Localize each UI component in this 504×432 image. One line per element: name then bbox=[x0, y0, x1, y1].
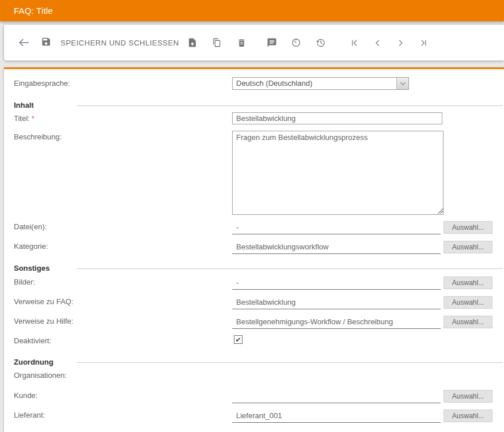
first-record-icon bbox=[350, 38, 359, 48]
row-bilder: Bilder: - Auswahl... bbox=[4, 276, 504, 291]
title-bar: FAQ: Title bbox=[0, 0, 504, 21]
kunde-value bbox=[232, 389, 441, 403]
save-icon bbox=[41, 37, 51, 49]
copy-button[interactable] bbox=[209, 35, 225, 51]
verweise-faq-label: Verweise zu FAQ: bbox=[14, 295, 73, 308]
bilder-value: - bbox=[232, 276, 441, 290]
back-arrow-icon bbox=[17, 36, 30, 49]
eingabesprache-select[interactable]: Deutsch (Deutschland) bbox=[232, 77, 409, 90]
row-verweise-hilfe: Verweise zu Hilfe: Bestellgenehmigungs-W… bbox=[4, 315, 504, 330]
save-and-close-label: SPEICHERN UND SCHLIESSEN bbox=[60, 39, 179, 47]
copy-icon bbox=[211, 37, 222, 48]
bilder-auswahl-button[interactable]: Auswahl... bbox=[444, 276, 492, 289]
resize-grip-icon[interactable] bbox=[438, 209, 443, 214]
next-record-icon bbox=[396, 38, 406, 48]
dateien-auswahl-button[interactable]: Auswahl... bbox=[444, 221, 492, 234]
save-and-close-button[interactable]: SPEICHERN UND SCHLIESSEN bbox=[41, 37, 179, 49]
previous-record-icon bbox=[373, 38, 382, 48]
dateien-value: - bbox=[232, 221, 441, 234]
kategorie-value: Bestellabwicklungsworkflow bbox=[232, 240, 441, 254]
page-title: FAQ: Title bbox=[0, 0, 504, 21]
kategorie-label: Kategorie: bbox=[14, 240, 48, 253]
chevron-down-icon bbox=[396, 78, 408, 89]
section-zuordnung-title: Zuordnung bbox=[14, 358, 54, 367]
titel-label: Titel:* bbox=[14, 112, 35, 125]
new-document-icon bbox=[187, 37, 198, 48]
verweise-faq-auswahl-button[interactable]: Auswahl... bbox=[444, 296, 492, 309]
last-record-button[interactable] bbox=[415, 35, 431, 51]
delete-icon bbox=[237, 38, 247, 48]
kunde-auswahl-button[interactable]: Auswahl... bbox=[444, 390, 492, 403]
comment-icon bbox=[267, 37, 277, 48]
eingabesprache-selected-value: Deutsch (Deutschland) bbox=[233, 78, 396, 89]
form-panel: Eingabesprache: Deutsch (Deutschland) In… bbox=[4, 67, 504, 432]
section-sonstiges: Sonstiges bbox=[4, 264, 504, 273]
row-kategorie: Kategorie: Bestellabwicklungsworkflow Au… bbox=[4, 240, 504, 255]
beschreibung-textarea[interactable]: Fragen zum Bestellabwicklungsprozess bbox=[232, 131, 444, 215]
section-divider bbox=[77, 362, 503, 363]
history-icon bbox=[316, 37, 326, 48]
verweise-hilfe-value: Bestellgenehmigungs-Workflow / Beschreib… bbox=[232, 315, 441, 329]
beschreibung-label: Beschreibung: bbox=[14, 131, 62, 143]
lieferant-value: Lieferant_001 bbox=[232, 409, 441, 423]
row-organisationen: Organisationen: bbox=[4, 369, 504, 384]
previous-record-button[interactable] bbox=[369, 35, 385, 51]
kunde-label: Kunde: bbox=[14, 389, 37, 402]
verweise-hilfe-auswahl-button[interactable]: Auswahl... bbox=[444, 316, 492, 328]
deaktiviert-checkbox[interactable]: ✔ bbox=[234, 335, 242, 344]
dateien-label: Datei(en): bbox=[14, 221, 47, 233]
toolbar: SPEICHERN UND SCHLIESSEN bbox=[4, 25, 504, 60]
last-record-icon bbox=[419, 38, 429, 48]
timer-button[interactable] bbox=[288, 35, 304, 51]
row-kunde: Kunde: Auswahl... bbox=[4, 389, 504, 404]
row-beschreibung: Beschreibung: Fragen zum Bestellabwicklu… bbox=[4, 131, 504, 215]
new-document-button[interactable] bbox=[184, 35, 200, 51]
history-button[interactable] bbox=[313, 35, 329, 51]
back-button[interactable] bbox=[16, 35, 32, 51]
checkmark-icon: ✔ bbox=[235, 336, 241, 343]
section-sonstiges-title: Sonstiges bbox=[14, 264, 50, 273]
lieferant-auswahl-button[interactable]: Auswahl... bbox=[444, 410, 492, 422]
delete-button[interactable] bbox=[233, 35, 249, 51]
first-record-button[interactable] bbox=[346, 35, 362, 51]
titel-input[interactable] bbox=[232, 112, 442, 124]
lieferant-label: Lieferant: bbox=[14, 409, 45, 422]
kategorie-auswahl-button[interactable]: Auswahl... bbox=[444, 241, 492, 253]
section-zuordnung: Zuordnung bbox=[4, 358, 504, 367]
row-eingabesprache: Eingabesprache: Deutsch (Deutschland) bbox=[4, 77, 504, 92]
required-asterisk: * bbox=[32, 114, 35, 123]
section-divider bbox=[77, 268, 503, 269]
deaktiviert-label: Deaktiviert: bbox=[14, 335, 51, 347]
row-verweise-faq: Verweise zu FAQ: Bestellabwicklung Auswa… bbox=[4, 295, 504, 310]
section-inhalt: Inhalt bbox=[4, 101, 504, 110]
next-record-button[interactable] bbox=[392, 35, 408, 51]
verweise-faq-value: Bestellabwicklung bbox=[232, 295, 441, 309]
comment-button[interactable] bbox=[264, 35, 280, 51]
row-titel: Titel:* bbox=[4, 112, 504, 127]
section-divider bbox=[77, 105, 503, 106]
verweise-hilfe-label: Verweise zu Hilfe: bbox=[14, 315, 73, 328]
row-lieferant: Lieferant: Lieferant_001 Auswahl... bbox=[4, 409, 504, 424]
row-deaktiviert: Deaktiviert: ✔ bbox=[4, 335, 504, 350]
eingabesprache-label: Eingabesprache: bbox=[14, 77, 70, 90]
bilder-label: Bilder: bbox=[14, 276, 35, 289]
organisationen-label: Organisationen: bbox=[14, 369, 67, 382]
row-dateien: Datei(en): - Auswahl... bbox=[4, 221, 504, 236]
timer-icon bbox=[291, 37, 301, 48]
section-inhalt-title: Inhalt bbox=[14, 101, 34, 110]
